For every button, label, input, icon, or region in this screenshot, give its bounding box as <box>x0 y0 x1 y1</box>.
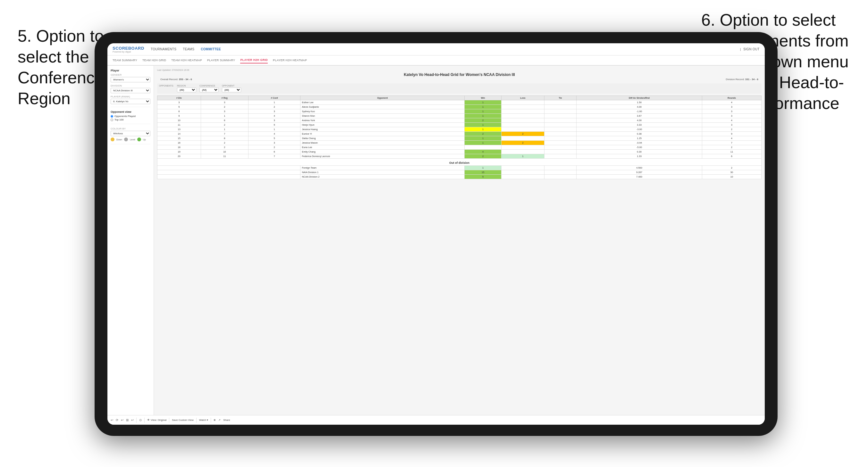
cell-out-loss <box>501 170 545 175</box>
cell-rounds: 3 <box>702 109 761 114</box>
cell-loss: 1 <box>501 154 545 159</box>
cell-diff: -0.94 <box>577 141 702 145</box>
sidebar: Player Gender Women's Division NCAA Divi… <box>107 66 154 415</box>
cell-out-opponent: NCAA Division 2 <box>301 175 465 179</box>
sub-nav-team-h2h-grid[interactable]: TEAM H2H GRID <box>143 57 166 63</box>
toolbar-save-custom[interactable]: Save Custom View <box>172 418 193 422</box>
cell-win: 2 <box>465 118 501 123</box>
division-select[interactable]: NCAA Division III <box>111 88 150 93</box>
col-conf: # Conf <box>248 96 300 100</box>
table-row: 16 2 3 Jessica Mason 1 2 -0.94 7 <box>157 141 762 145</box>
cell-div: 14 <box>157 132 201 136</box>
color-label-level: Level <box>130 138 135 141</box>
cell-tie <box>544 109 576 114</box>
cell-out-opponent: Foreign Team <box>301 166 465 170</box>
out-of-division-row: NCAA Division 2 5 7.400 10 <box>157 175 762 179</box>
cell-opponent: Sharon Mun <box>301 114 465 118</box>
cell-diff: 4.00 <box>577 118 702 123</box>
cell-div: 5 <box>157 105 201 109</box>
radio-opponents-played[interactable]: Opponents Played <box>111 115 150 118</box>
division-label: Division <box>111 84 150 87</box>
color-label-down: Down <box>116 138 122 141</box>
radio-top100-input[interactable] <box>111 119 113 121</box>
nav-link-teams[interactable]: TEAMS <box>183 46 194 52</box>
logo-text: SCOREBOARD <box>113 46 144 51</box>
color-label-up: Up <box>143 138 146 141</box>
division-record-value: 331 - 34 - 6 <box>745 78 758 81</box>
toolbar-arrow[interactable]: ↩ <box>131 418 134 422</box>
cell-rounds: 3 <box>702 123 761 127</box>
cell-diff: 3.67 <box>577 114 702 118</box>
toolbar-export[interactable]: ↗ <box>218 418 221 422</box>
cell-rounds: 4 <box>702 118 761 123</box>
colour-by-select[interactable]: Win/loss <box>111 131 150 136</box>
gender-select[interactable]: Women's <box>111 77 150 82</box>
radio-top100[interactable]: Top 100 <box>111 118 150 121</box>
toolbar-redo[interactable]: ⟳ <box>116 418 118 422</box>
nav-link-tournaments[interactable]: TOURNAMENTS <box>151 46 176 52</box>
sign-out-link[interactable]: Sign out <box>743 46 760 52</box>
toolbar-grid[interactable]: ⊞ <box>126 418 129 422</box>
opponent-filter-select[interactable]: (All) <box>222 88 241 92</box>
watch-label: Watch ▾ <box>199 418 209 422</box>
sub-nav-player-h2h-grid[interactable]: PLAYER H2H GRID <box>240 57 268 63</box>
toolbar-watch[interactable]: Watch ▾ <box>199 418 209 422</box>
col-rounds: Rounds <box>702 96 761 100</box>
cell-win: 1 <box>465 123 501 127</box>
col-loss: Loss <box>501 96 545 100</box>
cell-loss <box>501 136 545 141</box>
cell-tie <box>544 154 576 159</box>
toolbar-undo[interactable]: ↩ <box>111 418 113 422</box>
nav-right: | Sign out <box>740 46 760 52</box>
cell-out-diff: 7.400 <box>577 175 702 179</box>
page-title: Katelyn Vo Head-to-Head Grid for Women's… <box>157 72 762 77</box>
conference-filter-select[interactable]: (All) <box>199 88 219 92</box>
cell-div: 19 <box>157 150 201 154</box>
sub-nav-player-h2h-heatmap[interactable]: PLAYER H2H HEATMAP <box>273 57 307 63</box>
cell-loss <box>501 105 545 109</box>
cell-opponent: Jessica Huang <box>301 127 465 132</box>
cell-tie <box>544 141 576 145</box>
view-original-icon: 👁 <box>147 418 150 422</box>
cell-out-tie <box>544 170 576 175</box>
app-container: SCOREBOARD Powered by clippd TOURNAMENTS… <box>107 43 765 425</box>
opponent-view-radio-group: Opponents Played Top 100 <box>111 115 150 121</box>
cell-diff: 0.30 <box>577 150 702 154</box>
toolbar-share[interactable]: Share <box>223 418 230 422</box>
cell-div: 16 <box>157 141 201 145</box>
sub-nav-team-summary[interactable]: TEAM SUMMARY <box>113 57 137 63</box>
cell-reg: 2 <box>201 123 248 127</box>
cell-reg: 10 <box>201 150 248 154</box>
cell-opponent: Emily Chang <box>301 150 465 154</box>
toolbar-view-original[interactable]: 👁 View: Original <box>147 418 166 422</box>
cell-rounds: 4 <box>702 100 761 105</box>
region-filter-select[interactable]: (All) <box>177 88 196 92</box>
cell-conf: 4 <box>248 114 300 118</box>
sub-nav-player-summary[interactable]: PLAYER SUMMARY <box>207 57 235 63</box>
share-label: Share <box>223 418 230 422</box>
radio-opponents-played-input[interactable] <box>111 115 113 118</box>
gender-label: Gender <box>111 73 150 76</box>
opponents-filter-label: Opponents: <box>159 85 174 87</box>
region-filter-label: Region <box>177 85 196 87</box>
cell-win: 1 <box>465 127 501 132</box>
out-of-division-row: NAIA Division 1 15 9.267 30 <box>157 170 762 175</box>
cell-diff: 1.50 <box>577 100 702 105</box>
cell-tie <box>544 150 576 154</box>
sub-nav-team-h2h-heatmap[interactable]: TEAM H2H HEATMAP <box>171 57 202 63</box>
out-of-division-row: Foreign Team 1 4.500 2 <box>157 166 762 170</box>
cell-tie <box>544 132 576 136</box>
out-of-division-header: Out of division <box>157 159 762 166</box>
nav-link-committee[interactable]: COMMITTEE <box>201 46 221 52</box>
cell-tie <box>544 145 576 150</box>
cell-conf: 5 <box>248 123 300 127</box>
main-content: Player Gender Women's Division NCAA Divi… <box>107 66 765 415</box>
player-rank-select[interactable]: 6. Katelyn Vo <box>111 99 150 104</box>
toolbar-add[interactable]: ⊕ <box>214 418 216 422</box>
cell-win: 1 <box>465 114 501 118</box>
toolbar-undo2[interactable]: ↩ <box>121 418 123 422</box>
cell-conf: 2 <box>248 105 300 109</box>
toolbar-clock[interactable]: ⊙ <box>139 418 142 422</box>
save-custom-label: Save Custom View <box>172 418 193 422</box>
cell-rounds: 3 <box>702 114 761 118</box>
